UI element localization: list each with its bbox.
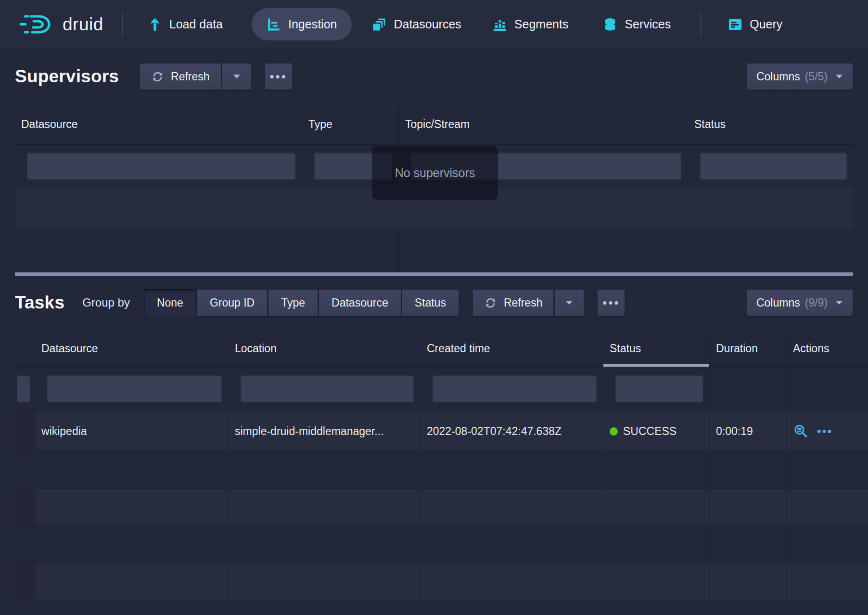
- actions-cell: •••: [787, 411, 868, 451]
- nav-item-segments[interactable]: Segments: [493, 17, 569, 32]
- tasks-more-button[interactable]: •••: [597, 289, 625, 316]
- supervisors-refresh-caret-button[interactable]: [222, 63, 252, 90]
- datasources-icon: [372, 17, 386, 32]
- group-by-datasource-button[interactable]: Datasource: [319, 289, 401, 316]
- supervisors-columns-button[interactable]: Columns (5/5): [746, 63, 853, 90]
- refresh-icon: [484, 296, 497, 309]
- location-filter-input[interactable]: [241, 375, 414, 402]
- supervisors-section: Supervisors Refresh •••: [0, 49, 868, 276]
- task-row-wikipedia[interactable]: wikipedia simple-druid-middlemanager... …: [15, 411, 868, 452]
- segments-icon: [493, 17, 507, 32]
- query-icon: [728, 17, 742, 32]
- top-navbar: druid Load data Ingestion Da: [0, 0, 868, 49]
- column-header-location[interactable]: Location: [229, 331, 421, 366]
- services-icon: [603, 17, 617, 32]
- group-by-none-button[interactable]: None: [144, 289, 196, 316]
- status-text: SUCCESS: [623, 425, 677, 438]
- column-header-created-time[interactable]: Created time: [421, 331, 603, 366]
- gutter-cell: [15, 411, 35, 451]
- column-header-status[interactable]: Status: [603, 331, 710, 366]
- refresh-label: Refresh: [171, 70, 210, 83]
- nav-item-datasources[interactable]: Datasources: [372, 17, 461, 32]
- task-actions-more-icon[interactable]: •••: [817, 425, 832, 437]
- datasource-filter-input[interactable]: [27, 153, 295, 179]
- supervisors-refresh-split-button: Refresh: [140, 63, 252, 90]
- tasks-columns-button[interactable]: Columns (9/9): [746, 289, 853, 316]
- chevron-down-icon: [233, 74, 241, 79]
- status-cell: SUCCESS: [603, 411, 710, 451]
- column-header-type[interactable]: Type: [302, 104, 399, 144]
- supervisors-header-row: Datasource Type Topic/Stream Status: [15, 104, 853, 145]
- ingestion-icon: [267, 17, 281, 32]
- nav-item-label: Datasources: [394, 17, 461, 31]
- empty-row: [15, 526, 868, 563]
- nav-item-label: Services: [625, 17, 671, 31]
- chevron-down-icon: [835, 300, 843, 305]
- empty-row: [15, 563, 868, 600]
- nav-divider: [122, 13, 123, 37]
- group-by-status-button[interactable]: Status: [402, 289, 459, 316]
- column-header-status-label: Status: [610, 342, 641, 355]
- column-header-datasource[interactable]: Datasource: [35, 331, 229, 366]
- columns-count: (9/9): [805, 296, 828, 309]
- datasource-filter-input[interactable]: [47, 375, 222, 402]
- nav-item-label: Query: [750, 17, 782, 31]
- column-header-datasource[interactable]: Datasource: [15, 104, 302, 144]
- nav-item-label: Ingestion: [288, 17, 337, 31]
- no-supervisors-message: No supervisors: [372, 146, 498, 200]
- nav-divider: [701, 13, 702, 37]
- columns-count: (5/5): [805, 70, 828, 83]
- load-data-icon: [148, 17, 162, 32]
- nav-item-query[interactable]: Query: [728, 17, 782, 32]
- location-cell: simple-druid-middlemanager...: [229, 411, 421, 451]
- empty-row: [15, 452, 868, 489]
- chevron-down-icon: [565, 300, 573, 305]
- group-by-type-button[interactable]: Type: [268, 289, 318, 316]
- more-icon: •••: [269, 70, 287, 83]
- tasks-filter-row: [15, 367, 868, 411]
- tasks-title: Tasks: [15, 293, 64, 313]
- column-header-actions[interactable]: Actions: [787, 331, 868, 366]
- refresh-label: Refresh: [504, 296, 543, 309]
- nav-item-label: Segments: [514, 17, 569, 31]
- group-by-group-id-button[interactable]: Group ID: [197, 289, 268, 316]
- column-header-status[interactable]: Status: [688, 104, 853, 144]
- tasks-header-row: Datasource Location Created time Status …: [15, 331, 868, 367]
- view-task-detail-icon[interactable]: [793, 424, 808, 439]
- druid-logo[interactable]: druid: [19, 13, 103, 36]
- empty-row: [15, 489, 868, 526]
- nav-item-services[interactable]: Services: [603, 17, 671, 32]
- columns-label: Columns: [756, 296, 800, 309]
- supervisors-refresh-button[interactable]: Refresh: [140, 63, 221, 90]
- group-by-button-group: None Group ID Type Datasource Status: [144, 289, 459, 316]
- supervisors-horizontal-scrollbar[interactable]: [15, 272, 853, 276]
- group-by-label: Group by: [82, 296, 130, 309]
- supervisors-title: Supervisors: [15, 66, 119, 87]
- druid-logo-icon: [19, 13, 55, 36]
- gutter-filter-input[interactable]: [17, 375, 30, 402]
- tasks-refresh-caret-button[interactable]: [554, 289, 584, 316]
- column-header-topic-stream[interactable]: Topic/Stream: [399, 104, 688, 144]
- column-header-gutter: [15, 331, 35, 366]
- status-filter-input[interactable]: [615, 375, 703, 402]
- empty-row: [15, 230, 853, 272]
- column-header-duration[interactable]: Duration: [710, 331, 787, 366]
- more-icon: •••: [602, 296, 620, 309]
- tasks-table: Datasource Location Created time Status …: [15, 331, 868, 600]
- tasks-refresh-button[interactable]: Refresh: [472, 289, 554, 316]
- nav-item-label: Load data: [169, 17, 223, 31]
- nav-item-load-data[interactable]: Load data: [148, 17, 223, 32]
- nav-item-ingestion[interactable]: Ingestion: [252, 8, 352, 40]
- supervisors-toolbar: Supervisors Refresh •••: [15, 63, 853, 90]
- created-time-filter-input[interactable]: [433, 375, 597, 402]
- status-filter-input[interactable]: [700, 153, 847, 179]
- duration-cell: 0:00:19: [710, 411, 787, 451]
- supervisors-more-button[interactable]: •••: [265, 63, 293, 90]
- tasks-toolbar: Tasks Group by None Group ID Type Dataso…: [15, 289, 853, 316]
- columns-label: Columns: [756, 70, 800, 83]
- chevron-down-icon: [835, 74, 843, 79]
- datasource-cell: wikipedia: [35, 411, 229, 451]
- druid-logo-text: druid: [63, 14, 103, 35]
- tasks-section: Tasks Group by None Group ID Type Dataso…: [0, 276, 868, 600]
- supervisors-table: Datasource Type Topic/Stream Status No s…: [15, 104, 853, 276]
